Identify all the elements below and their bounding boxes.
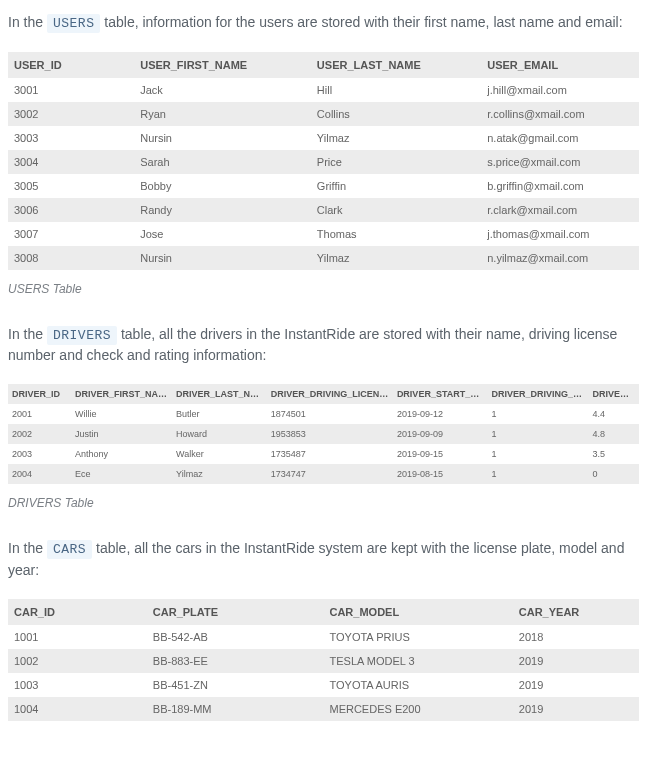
- col-header: DRIVER_DRIVING_LICENSE_ID: [267, 384, 393, 404]
- table-cell: TOYOTA PRIUS: [323, 625, 512, 649]
- table-cell: r.clark@xmail.com: [481, 198, 639, 222]
- table-row: 1001BB-542-ABTOYOTA PRIUS2018: [8, 625, 639, 649]
- table-cell: 2001: [8, 404, 71, 424]
- table-cell: 2019: [513, 649, 639, 673]
- table-row: 1003BB-451-ZNTOYOTA AURIS2019: [8, 673, 639, 697]
- table-cell: TESLA MODEL 3: [323, 649, 512, 673]
- table-cell: BB-451-ZN: [147, 673, 324, 697]
- col-header: CAR_ID: [8, 599, 147, 625]
- table-cell: 2018: [513, 625, 639, 649]
- table-cell: 1001: [8, 625, 147, 649]
- col-header: DRIVER_RATING: [588, 384, 639, 404]
- col-header: USER_ID: [8, 52, 134, 78]
- table-cell: 1953853: [267, 424, 393, 444]
- text: In the: [8, 14, 47, 30]
- table-cell: Jose: [134, 222, 311, 246]
- table-cell: r.collins@xmail.com: [481, 102, 639, 126]
- table-cell: 3005: [8, 174, 134, 198]
- col-header: USER_FIRST_NAME: [134, 52, 311, 78]
- table-cell: Ryan: [134, 102, 311, 126]
- table-cell: 3.5: [588, 444, 639, 464]
- table-cell: Butler: [172, 404, 267, 424]
- table-cell: 2019: [513, 697, 639, 721]
- table-row: 3003NursinYilmazn.atak@gmail.com: [8, 126, 639, 150]
- users-caption: USERS Table: [8, 282, 639, 296]
- table-row: 3007JoseThomasj.thomas@xmail.com: [8, 222, 639, 246]
- table-cell: BB-542-AB: [147, 625, 324, 649]
- table-row: 2003AnthonyWalker17354872019-09-1513.5: [8, 444, 639, 464]
- table-cell: 3001: [8, 78, 134, 102]
- table-cell: Yilmaz: [172, 464, 267, 484]
- drivers-caption: DRIVERS Table: [8, 496, 639, 510]
- table-cell: Hill: [311, 78, 481, 102]
- cars-code: CARS: [47, 540, 92, 559]
- table-cell: 2019-09-15: [393, 444, 488, 464]
- table-cell: Thomas: [311, 222, 481, 246]
- users-table: USER_ID USER_FIRST_NAME USER_LAST_NAME U…: [8, 52, 639, 270]
- table-cell: 2002: [8, 424, 71, 444]
- col-header: DRIVER_LAST_NAME: [172, 384, 267, 404]
- table-cell: n.yilmaz@xmail.com: [481, 246, 639, 270]
- table-cell: Clark: [311, 198, 481, 222]
- table-cell: 1003: [8, 673, 147, 697]
- table-cell: 1734747: [267, 464, 393, 484]
- table-cell: j.hill@xmail.com: [481, 78, 639, 102]
- table-header-row: CAR_ID CAR_PLATE CAR_MODEL CAR_YEAR: [8, 599, 639, 625]
- text: table, all the cars in the InstantRide s…: [8, 540, 624, 578]
- text: table, information for the users are sto…: [100, 14, 622, 30]
- drivers-intro: In the DRIVERS table, all the drivers in…: [8, 324, 639, 367]
- table-cell: Nursin: [134, 126, 311, 150]
- cars-intro: In the CARS table, all the cars in the I…: [8, 538, 639, 581]
- table-cell: 3004: [8, 150, 134, 174]
- text: In the: [8, 540, 47, 556]
- col-header: USER_EMAIL: [481, 52, 639, 78]
- table-cell: 1735487: [267, 444, 393, 464]
- table-cell: 3007: [8, 222, 134, 246]
- table-cell: 0: [588, 464, 639, 484]
- table-cell: j.thomas@xmail.com: [481, 222, 639, 246]
- table-cell: 2019-08-15: [393, 464, 488, 484]
- table-header-row: USER_ID USER_FIRST_NAME USER_LAST_NAME U…: [8, 52, 639, 78]
- table-cell: TOYOTA AURIS: [323, 673, 512, 697]
- table-cell: 4.4: [588, 404, 639, 424]
- table-row: 3008NursinYilmazn.yilmaz@xmail.com: [8, 246, 639, 270]
- table-cell: 2004: [8, 464, 71, 484]
- table-cell: Justin: [71, 424, 172, 444]
- table-cell: MERCEDES E200: [323, 697, 512, 721]
- table-cell: 1874501: [267, 404, 393, 424]
- text: In the: [8, 326, 47, 342]
- col-header: DRIVER_START_DATE: [393, 384, 488, 404]
- table-cell: 4.8: [588, 424, 639, 444]
- table-row: 2001WillieButler18745012019-09-1214.4: [8, 404, 639, 424]
- col-header: CAR_MODEL: [323, 599, 512, 625]
- table-cell: Price: [311, 150, 481, 174]
- table-row: 2002JustinHoward19538532019-09-0914.8: [8, 424, 639, 444]
- table-cell: Randy: [134, 198, 311, 222]
- users-code: USERS: [47, 14, 101, 33]
- table-cell: Walker: [172, 444, 267, 464]
- table-cell: Sarah: [134, 150, 311, 174]
- table-cell: 2019-09-09: [393, 424, 488, 444]
- table-cell: BB-883-EE: [147, 649, 324, 673]
- table-cell: 1: [488, 424, 589, 444]
- table-cell: Willie: [71, 404, 172, 424]
- table-cell: 2003: [8, 444, 71, 464]
- col-header: CAR_PLATE: [147, 599, 324, 625]
- table-row: 1004BB-189-MMMERCEDES E2002019: [8, 697, 639, 721]
- table-cell: 2019-09-12: [393, 404, 488, 424]
- table-cell: 1002: [8, 649, 147, 673]
- table-row: 3005BobbyGriffinb.griffin@xmail.com: [8, 174, 639, 198]
- table-cell: 1: [488, 464, 589, 484]
- table-row: 1002BB-883-EETESLA MODEL 32019: [8, 649, 639, 673]
- table-cell: 3006: [8, 198, 134, 222]
- col-header: DRIVER_FIRST_NAME: [71, 384, 172, 404]
- users-intro: In the USERS table, information for the …: [8, 12, 639, 34]
- table-cell: 3002: [8, 102, 134, 126]
- table-cell: Anthony: [71, 444, 172, 464]
- table-cell: Nursin: [134, 246, 311, 270]
- col-header: DRIVER_ID: [8, 384, 71, 404]
- table-cell: Griffin: [311, 174, 481, 198]
- table-cell: 1004: [8, 697, 147, 721]
- cars-table: CAR_ID CAR_PLATE CAR_MODEL CAR_YEAR 1001…: [8, 599, 639, 721]
- table-cell: Bobby: [134, 174, 311, 198]
